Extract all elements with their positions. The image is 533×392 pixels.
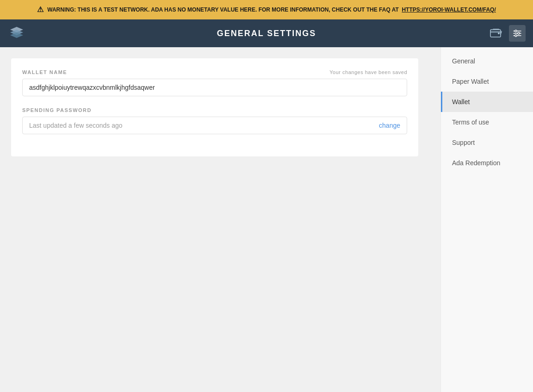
password-field-display: Last updated a few seconds ago change (22, 117, 407, 134)
sidebar-item-terms-of-use[interactable]: Terms of use (441, 112, 533, 132)
warning-message-text: WARNING: THIS IS A TEST NETWORK. ADA HAS… (47, 6, 399, 13)
wallet-name-label: WALLET NAME (22, 69, 67, 75)
wallet-name-field-group: WALLET NAME Your changes have been saved (22, 69, 407, 96)
spending-password-field-group: SPENDING PASSWORD Last updated a few sec… (22, 107, 407, 134)
main-content: WALLET NAME Your changes have been saved… (0, 47, 440, 392)
save-message: Your changes have been saved (329, 69, 407, 75)
sidebar: General Paper Wallet Wallet Terms of use… (440, 47, 533, 392)
svg-point-2 (498, 32, 500, 34)
wallet-name-input[interactable] (22, 79, 407, 96)
svg-point-6 (515, 30, 517, 32)
sidebar-item-support[interactable]: Support (441, 132, 533, 153)
warning-text: WARNING: THIS IS A TEST NETWORK. ADA HAS… (47, 6, 496, 14)
sidebar-item-paper-wallet[interactable]: Paper Wallet (441, 71, 533, 92)
svg-point-7 (518, 32, 520, 34)
header: GENERAL SETTINGS (0, 19, 533, 47)
change-password-button[interactable]: change (379, 122, 400, 129)
warning-link[interactable]: HTTPS://YOROI-WALLET.COM/FAQ/ (402, 6, 496, 13)
header-actions (487, 24, 526, 43)
logo[interactable] (7, 24, 26, 43)
warning-icon: ⚠ (37, 5, 43, 15)
wallet-name-label-row: WALLET NAME Your changes have been saved (22, 69, 407, 75)
wallet-icon-button[interactable] (487, 24, 505, 43)
settings-icon-button[interactable] (509, 25, 526, 42)
sidebar-item-wallet[interactable]: Wallet (441, 92, 533, 112)
settings-card: WALLET NAME Your changes have been saved… (11, 58, 418, 156)
svg-point-8 (515, 35, 517, 37)
sidebar-item-general[interactable]: General (441, 51, 533, 71)
page-title: GENERAL SETTINGS (217, 29, 316, 38)
warning-banner: ⚠ WARNING: THIS IS A TEST NETWORK. ADA H… (0, 0, 533, 19)
spending-password-label-row: SPENDING PASSWORD (22, 107, 407, 113)
spending-password-label: SPENDING PASSWORD (22, 107, 92, 113)
layout: WALLET NAME Your changes have been saved… (0, 47, 533, 392)
sidebar-item-ada-redemption[interactable]: Ada Redemption (441, 153, 533, 173)
password-update-text: Last updated a few seconds ago (29, 122, 123, 129)
